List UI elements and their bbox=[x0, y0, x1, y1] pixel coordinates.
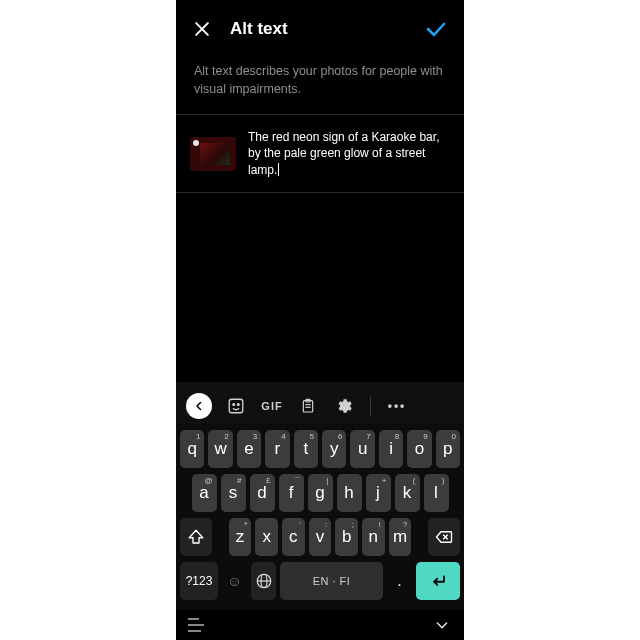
photo-thumbnail[interactable] bbox=[190, 137, 236, 171]
nav-hide-keyboard-icon[interactable] bbox=[432, 617, 452, 633]
key-v[interactable]: v: bbox=[309, 518, 332, 556]
toolbar-separator bbox=[370, 396, 371, 416]
svg-rect-2 bbox=[229, 399, 243, 413]
key-period[interactable]: . bbox=[387, 562, 412, 600]
sticker-icon[interactable] bbox=[224, 394, 248, 418]
key-language[interactable] bbox=[251, 562, 276, 600]
key-z[interactable]: z* bbox=[229, 518, 252, 556]
keyboard-row-4: ?123 ☺ EN · FI . bbox=[180, 562, 460, 600]
nav-recent-icon[interactable] bbox=[188, 618, 208, 632]
key-j[interactable]: j+ bbox=[366, 474, 391, 512]
key-c[interactable]: c' bbox=[282, 518, 305, 556]
description-text: Alt text describes your photos for peopl… bbox=[176, 50, 464, 115]
key-n[interactable]: n! bbox=[362, 518, 385, 556]
key-a[interactable]: a@ bbox=[192, 474, 217, 512]
alt-text-input[interactable]: The red neon sign of a Karaoke bar, by t… bbox=[248, 129, 450, 178]
android-navbar bbox=[176, 610, 464, 640]
key-symbols[interactable]: ?123 bbox=[180, 562, 218, 600]
key-shift[interactable] bbox=[180, 518, 212, 556]
key-e[interactable]: e3 bbox=[237, 430, 261, 468]
alt-text-row: The red neon sign of a Karaoke bar, by t… bbox=[176, 115, 464, 193]
key-f[interactable]: f¯ bbox=[279, 474, 304, 512]
keyboard-toolbar: GIF ••• bbox=[176, 388, 464, 424]
key-enter[interactable] bbox=[416, 562, 460, 600]
key-i[interactable]: i8 bbox=[379, 430, 403, 468]
key-r[interactable]: r4 bbox=[265, 430, 289, 468]
key-b[interactable]: b; bbox=[335, 518, 358, 556]
key-o[interactable]: o9 bbox=[407, 430, 431, 468]
keyboard-row-2: a@ s# d£ f¯ g| h j+ k( l) bbox=[180, 474, 460, 512]
header: Alt text bbox=[176, 0, 464, 50]
key-m[interactable]: m? bbox=[389, 518, 412, 556]
text-cursor bbox=[278, 163, 279, 176]
toolbar-back-button[interactable] bbox=[186, 393, 212, 419]
svg-point-3 bbox=[233, 404, 235, 406]
keyboard-panel: GIF ••• q1 w2 e3 r4 t5 y6 u7 bbox=[176, 382, 464, 610]
key-u[interactable]: u7 bbox=[350, 430, 374, 468]
key-emoji[interactable]: ☺ bbox=[222, 562, 247, 600]
key-s[interactable]: s# bbox=[221, 474, 246, 512]
key-h[interactable]: h bbox=[337, 474, 362, 512]
key-w[interactable]: w2 bbox=[208, 430, 232, 468]
alt-text-value: The red neon sign of a Karaoke bar, by t… bbox=[248, 130, 439, 176]
alt-text-editor-screen: Alt text Alt text describes your photos … bbox=[176, 0, 464, 640]
gif-button[interactable]: GIF bbox=[260, 394, 284, 418]
key-g[interactable]: g| bbox=[308, 474, 333, 512]
key-t[interactable]: t5 bbox=[294, 430, 318, 468]
key-q[interactable]: q1 bbox=[180, 430, 204, 468]
key-space[interactable]: EN · FI bbox=[280, 562, 383, 600]
key-d[interactable]: d£ bbox=[250, 474, 275, 512]
more-icon[interactable]: ••• bbox=[385, 394, 409, 418]
keyboard-row-3: z* x c' v: b; n! m? bbox=[180, 518, 460, 556]
key-p[interactable]: p0 bbox=[436, 430, 460, 468]
keyboard: q1 w2 e3 r4 t5 y6 u7 i8 o9 p0 a@ s# d£ f… bbox=[176, 424, 464, 610]
clipboard-icon[interactable] bbox=[296, 394, 320, 418]
keyboard-row-1: q1 w2 e3 r4 t5 y6 u7 i8 o9 p0 bbox=[180, 430, 460, 468]
svg-point-4 bbox=[237, 404, 239, 406]
key-backspace[interactable] bbox=[428, 518, 460, 556]
key-k[interactable]: k( bbox=[395, 474, 420, 512]
key-y[interactable]: y6 bbox=[322, 430, 346, 468]
close-button[interactable] bbox=[188, 15, 216, 43]
page-title: Alt text bbox=[230, 19, 420, 39]
settings-icon[interactable] bbox=[332, 394, 356, 418]
key-l[interactable]: l) bbox=[424, 474, 449, 512]
confirm-button[interactable] bbox=[420, 13, 452, 45]
key-x[interactable]: x bbox=[255, 518, 278, 556]
